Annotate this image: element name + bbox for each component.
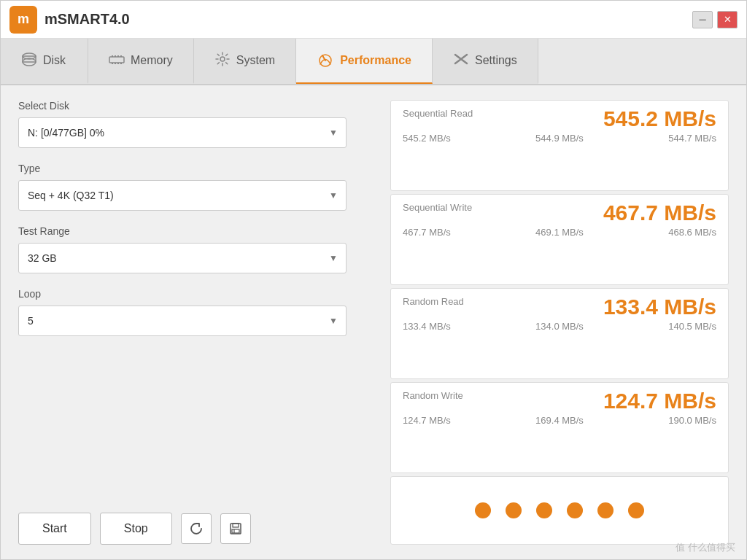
bottom-bar: Start Stop: [18, 498, 376, 545]
memory-icon: [109, 52, 125, 69]
seq-write-name: Sequential Write: [403, 202, 472, 213]
svg-rect-4: [112, 55, 113, 57]
rand-write-name: Random Write: [403, 390, 463, 401]
select-disk-label: Select Disk: [18, 100, 376, 112]
type-label: Type: [18, 163, 376, 174]
seq-write-sub-3: 468.6 MB/s: [612, 227, 716, 238]
seq-write-header: Sequential Write 467.7 MB/s: [403, 202, 716, 224]
test-range-input[interactable]: 32 GB: [18, 243, 347, 273]
rand-read-sub: 133.4 MB/s 134.0 MB/s 140.5 MB/s: [403, 321, 716, 332]
tab-disk-label: Disk: [43, 54, 66, 67]
minimize-button[interactable]: ─: [692, 11, 713, 28]
rand-read-sub-3: 140.5 MB/s: [612, 321, 716, 332]
rand-read-card: Random Read 133.4 MB/s 133.4 MB/s 134.0 …: [390, 288, 729, 379]
seq-read-sub: 545.2 MB/s 544.9 MB/s 544.7 MB/s: [403, 133, 716, 144]
dot-6: [628, 502, 644, 518]
svg-rect-10: [117, 63, 119, 64]
rand-read-sub-2: 134.0 MB/s: [507, 321, 611, 332]
svg-point-12: [220, 57, 225, 61]
seq-write-card: Sequential Write 467.7 MB/s 467.7 MB/s 4…: [390, 194, 729, 285]
dot-4: [567, 502, 583, 518]
rand-write-value: 124.7 MB/s: [603, 390, 716, 412]
seq-read-name: Sequential Read: [403, 108, 473, 119]
type-input[interactable]: Seq + 4K (Q32 T1): [18, 180, 347, 211]
seq-write-sub: 467.7 MB/s 469.1 MB/s 468.6 MB/s: [403, 227, 716, 238]
rand-read-value: 133.4 MB/s: [603, 296, 716, 318]
select-disk-input[interactable]: N: [0/477GB] 0%: [18, 117, 347, 148]
loop-label: Loop: [18, 288, 376, 300]
tab-settings[interactable]: Settings: [433, 39, 538, 84]
svg-rect-3: [109, 57, 124, 63]
rand-write-sub-3: 190.0 MB/s: [612, 415, 716, 426]
progress-dots-card: [390, 476, 729, 545]
tab-system[interactable]: System: [194, 39, 296, 84]
test-range-section: Test Range 32 GB ▼: [18, 225, 376, 273]
rand-write-sub: 124.7 MB/s 169.4 MB/s 190.0 MB/s: [403, 415, 716, 426]
stop-button[interactable]: Stop: [100, 513, 172, 545]
watermark: 值 什么值得买: [676, 541, 735, 554]
svg-rect-7: [120, 55, 122, 57]
dot-5: [597, 502, 614, 518]
seq-read-sub-2: 544.9 MB/s: [507, 133, 611, 144]
type-section: Type Seq + 4K (Q32 T1) ▼: [18, 163, 376, 211]
seq-read-card: Sequential Read 545.2 MB/s 545.2 MB/s 54…: [390, 100, 729, 191]
close-button[interactable]: ✕: [717, 11, 738, 28]
settings-icon: [453, 51, 469, 71]
rand-read-name: Random Read: [403, 296, 464, 307]
seq-write-sub-2: 469.1 MB/s: [507, 227, 611, 238]
start-button[interactable]: Start: [18, 513, 91, 545]
loop-input[interactable]: 5: [18, 306, 347, 336]
seq-write-value: 467.7 MB/s: [603, 202, 716, 224]
loop-wrapper: 5 ▼: [18, 306, 347, 336]
dot-1: [475, 502, 491, 518]
seq-read-sub-1: 545.2 MB/s: [403, 133, 507, 144]
svg-rect-8: [112, 63, 113, 64]
test-range-wrapper: 32 GB ▼: [18, 243, 347, 273]
seq-read-sub-3: 544.7 MB/s: [612, 133, 716, 144]
tab-disk[interactable]: Disk: [1, 39, 88, 84]
main-window: m mSMART4.0 ─ ✕ Disk: [0, 0, 747, 560]
svg-rect-5: [115, 55, 116, 57]
rand-write-sub-2: 169.4 MB/s: [507, 415, 611, 426]
svg-rect-6: [117, 55, 119, 57]
save-button[interactable]: [220, 513, 251, 544]
tab-system-label: System: [236, 54, 275, 67]
rand-read-header: Random Read 133.4 MB/s: [403, 296, 716, 318]
type-wrapper: Seq + 4K (Q32 T1) ▼: [18, 180, 347, 211]
rand-write-card: Random Write 124.7 MB/s 124.7 MB/s 169.4…: [390, 382, 729, 473]
svg-rect-9: [115, 63, 116, 64]
disk-icon: [21, 51, 37, 71]
left-panel: Select Disk N: [0/477GB] 0% ▼ Type Seq +…: [18, 100, 376, 545]
dot-3: [536, 502, 552, 518]
tab-bar: Disk Memory: [1, 39, 746, 85]
rand-write-header: Random Write 124.7 MB/s: [403, 390, 716, 412]
tab-performance[interactable]: Performance: [296, 39, 433, 84]
rand-write-sub-1: 124.7 MB/s: [403, 415, 507, 426]
rand-read-sub-1: 133.4 MB/s: [403, 321, 507, 332]
tab-memory[interactable]: Memory: [88, 39, 194, 84]
app-title: mSMART4.0: [44, 11, 692, 28]
right-panel: Sequential Read 545.2 MB/s 545.2 MB/s 54…: [390, 100, 729, 545]
system-icon: [214, 51, 231, 71]
performance-icon: [317, 51, 334, 71]
test-range-label: Test Range: [18, 225, 376, 237]
tab-settings-label: Settings: [475, 54, 517, 67]
tab-performance-label: Performance: [340, 54, 411, 67]
svg-rect-18: [232, 529, 239, 533]
loop-section: Loop 5 ▼: [18, 288, 376, 336]
seq-read-value: 545.2 MB/s: [603, 108, 716, 130]
seq-read-header: Sequential Read 545.2 MB/s: [403, 108, 716, 130]
dot-2: [506, 502, 522, 518]
refresh-button[interactable]: [181, 513, 212, 544]
window-controls: ─ ✕: [692, 11, 738, 28]
select-disk-wrapper: N: [0/477GB] 0% ▼: [18, 117, 347, 148]
tab-memory-label: Memory: [131, 54, 173, 67]
app-logo: m: [9, 6, 37, 34]
svg-rect-11: [120, 63, 122, 64]
main-content: Select Disk N: [0/477GB] 0% ▼ Type Seq +…: [1, 85, 746, 559]
seq-write-sub-1: 467.7 MB/s: [403, 227, 507, 238]
title-bar: m mSMART4.0 ─ ✕: [1, 1, 746, 39]
select-disk-section: Select Disk N: [0/477GB] 0% ▼: [18, 100, 376, 148]
